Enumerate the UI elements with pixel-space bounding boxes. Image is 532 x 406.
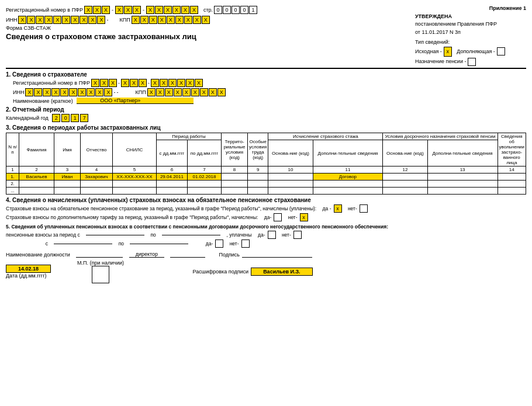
num-col-13: 13 [427, 166, 498, 173]
podpis-line [242, 257, 312, 258]
reg-pfr-box-6: X [133, 6, 141, 14]
utv-text: постановлением Правления ПФР [415, 20, 526, 29]
kpp-label-top: КПП [119, 17, 130, 23]
reg-pfr-box-3: X [102, 6, 110, 14]
reg-pfr-box-7: X [146, 6, 154, 14]
section5-period-s-2 [54, 244, 112, 244]
table-row: 2. [6, 181, 526, 188]
col-osobye: Особые условия труда (код) [248, 133, 268, 166]
table-row: ... [6, 188, 526, 195]
col-period-s: с дд.мм.гггг [157, 140, 188, 166]
main-table: N п/п Фамилия Имя Отчество СНИЛС Период … [6, 133, 526, 195]
row1-isch-dop: Договор [313, 173, 383, 181]
num-col-5: 5 [113, 166, 157, 173]
section5-da-label-1: да- [258, 232, 265, 238]
col-isch: Исчисление страхового стажа [268, 133, 383, 140]
section5-line1-prefix: пенсионные взносы за период с [6, 232, 80, 238]
row2-otchestvo [81, 181, 113, 188]
section5-da-checkbox-1[interactable] [268, 231, 276, 239]
reg-pfr-box-1: X [84, 6, 92, 14]
section5-po-1: по [150, 232, 156, 238]
col-sved-uv: Сведения об увольнении застрахо-ванного … [498, 133, 526, 166]
row2-familiya [19, 181, 54, 188]
col-otchestvo: Отчество [81, 133, 113, 166]
num-col-1: 1 [6, 166, 19, 173]
row2-period-s [157, 181, 188, 188]
row-dots: ... [6, 188, 19, 195]
year-box-3: 1 [71, 114, 79, 122]
row1-snils: ХХ-ХХХ-ХХХ-ХХ [113, 173, 157, 181]
num-col-12: 12 [383, 166, 427, 173]
dolzhnost-label: Наименование должности [6, 252, 70, 258]
row1-familiya: Васильев [19, 173, 54, 181]
prilozhenie-label: Приложение 1 [415, 5, 526, 13]
row2-snils [113, 181, 157, 188]
section5-da-checkbox-2[interactable] [215, 240, 223, 248]
strana-box-5: 1 [249, 6, 257, 14]
reg-pfr-box-10: X [172, 6, 181, 14]
section4-da-checkbox-2[interactable] [274, 213, 282, 221]
section5-net-checkbox-1[interactable] [293, 231, 302, 239]
dolzhnost-underline-right [170, 257, 205, 258]
iskhodnaya-checkbox[interactable]: x [444, 47, 452, 57]
strana-box-1: 0 [214, 6, 222, 14]
year-box-1: 2 [52, 114, 60, 122]
strana-box-2: 0 [223, 6, 231, 14]
num-col-8: 8 [222, 166, 248, 173]
row1-territ [222, 173, 248, 181]
section4-net-checkbox-1[interactable] [360, 204, 368, 213]
section5-period-s-1 [86, 235, 144, 235]
main-title: Сведения о страховом стаже застрахованны… [6, 32, 409, 41]
naznachenie-checkbox[interactable] [468, 58, 476, 66]
num-col-3: 3 [54, 166, 81, 173]
reg-pfr-box-9: X [164, 6, 172, 14]
row1-sved-uv [498, 173, 526, 181]
dopolnayuschaya-checkbox[interactable] [497, 47, 505, 55]
year-box-4: 7 [80, 114, 88, 122]
section4-da-checkbox-1[interactable]: x [334, 204, 342, 213]
num-col-14: 14 [498, 166, 526, 173]
podpis-label: Подпись [219, 252, 240, 258]
section4-line1-text: Страховые взносы на обязательное пенсион… [6, 206, 316, 211]
strana-box-4: 0 [240, 6, 248, 14]
reg-pfr-box-11: X [181, 6, 189, 14]
forma-label: Форма СЗВ-СТАЖ [6, 25, 409, 31]
section5-da-label-2: да- [206, 241, 213, 247]
section5-po-2: по [119, 241, 124, 247]
year-box-2: 0 [61, 114, 70, 122]
section5-net-checkbox-2[interactable] [241, 240, 250, 248]
col-imya: Имя [54, 133, 81, 166]
num-col-6: 6 [157, 166, 188, 173]
stamp-box [92, 266, 109, 283]
col-usl-dop: Дополни-тельные сведения [427, 140, 498, 166]
row1-usl-dop [427, 173, 498, 181]
num-col-7: 7 [187, 166, 221, 173]
rasshifrovka-value: Васильев И.З. [251, 268, 312, 276]
kal-god-label: Календарный год [6, 115, 49, 121]
row1-isch-osnov [268, 173, 313, 181]
reg-pfr-box-12: X [190, 6, 198, 14]
dopolnayuschaya-label: Дополняющая - [457, 48, 495, 56]
date-value: 14.02.18 [6, 265, 51, 273]
row1-otchestvo: Захарович [81, 173, 113, 181]
section5-period-po-1 [162, 235, 220, 235]
row1-num: 1. [6, 173, 19, 181]
section3-title: 3. Сведения о периодах работы застрахова… [6, 124, 526, 131]
section4-da-label-1: да - [323, 206, 331, 211]
col-np: N п/п [6, 133, 19, 166]
section4-net-label-2: нет- [288, 214, 298, 220]
section4-net-label-1: нет- [348, 206, 357, 211]
row2-osobye [248, 181, 268, 188]
kpp-label-s1: КПП [136, 89, 146, 95]
row1-period-po: 01.02.2018 [187, 173, 221, 181]
col-usl-osnov: Основа-ние (код) [383, 140, 427, 166]
section5-title: 5. Сведения об уплаченных пенсионных взн… [6, 224, 526, 230]
col-snils: СНИЛС [113, 133, 157, 166]
row2-usl-osnov [383, 181, 427, 188]
col-period-po: по дд.мм.гггг [187, 140, 221, 166]
num-col-11: 11 [313, 166, 383, 173]
reg-pfr-box-2: X [93, 6, 101, 14]
tip-svedenii-label: Тип сведений: [415, 39, 526, 47]
section4-net-checkbox-2[interactable]: x [300, 213, 308, 221]
row1-period-s: 29.04.2011 [157, 173, 188, 181]
